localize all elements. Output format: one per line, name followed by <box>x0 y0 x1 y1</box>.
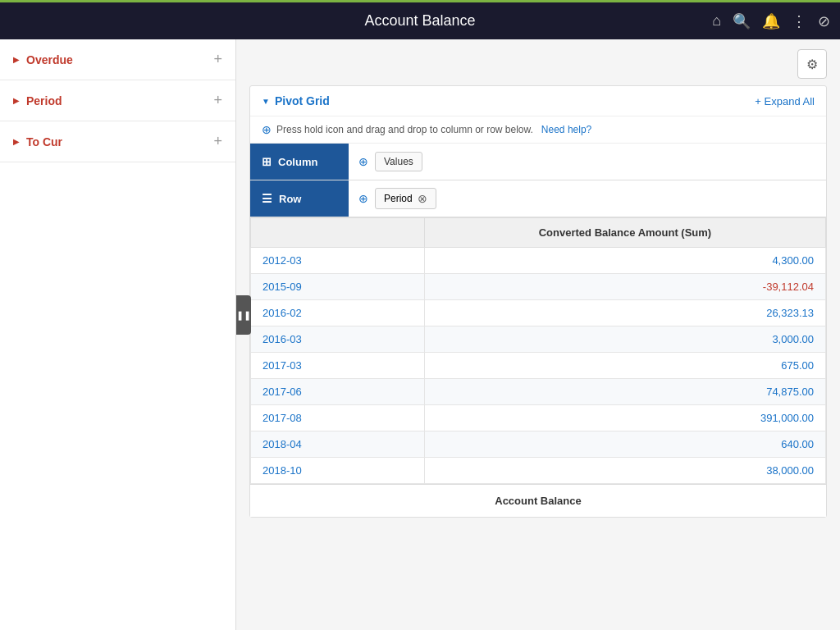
period-label: Period <box>26 94 62 107</box>
table-row: 2018-1038,000.00 <box>251 458 826 484</box>
main-layout: ▶ Overdue + ▶ Period + ▶ To Cur + <box>0 39 840 630</box>
pivot-section: ▼ Pivot Grid + Expand All ⊕ Press hold i… <box>249 85 827 518</box>
pivot-header: ▼ Pivot Grid + Expand All <box>250 86 826 116</box>
row-period: 2016-02 <box>251 300 425 326</box>
collapse-handle[interactable]: ❚❚ <box>236 295 251 335</box>
column-config-row: ⊞ Column ⊕ Values <box>250 144 826 180</box>
period-tag-close-icon[interactable]: ⊗ <box>418 192 427 205</box>
more-dots-icon[interactable]: ⋮ <box>792 12 806 30</box>
row-config-row: ☰ Row ⊕ Period ⊗ <box>250 180 826 217</box>
period-tag: Period ⊗ <box>375 188 436 209</box>
pivot-config: ⊞ Column ⊕ Values ☰ Row ⊕ <box>250 144 826 217</box>
pivot-table: Converted Balance Amount (Sum) 2012-034,… <box>250 217 826 484</box>
row-amount: 3,000.00 <box>424 326 825 353</box>
bottom-label: Account Balance <box>495 495 581 507</box>
drag-hint: ⊕ Press hold icon and drag and drop to c… <box>250 116 826 144</box>
sidebar-item-period[interactable]: ▶ Period + <box>0 80 235 121</box>
pivot-triangle-icon: ▼ <box>262 97 270 106</box>
expand-all-button[interactable]: + Expand All <box>755 95 815 107</box>
top-bar-icons: ⌂ 🔍 🔔 ⋮ ⊘ <box>712 12 830 30</box>
bell-icon[interactable]: 🔔 <box>762 12 780 30</box>
row-period: 2017-08 <box>251 405 425 431</box>
table-row: 2016-033,000.00 <box>251 326 826 353</box>
bottom-bar: Account Balance <box>250 484 826 517</box>
row-content: ⊕ Period ⊗ <box>349 181 826 216</box>
gear-btn-row: ⚙ <box>236 39 840 85</box>
row-period: 2017-06 <box>251 379 425 405</box>
sidebar-period-header[interactable]: ▶ Period + <box>0 80 235 121</box>
row-period: 2017-03 <box>251 353 425 379</box>
period-tag-label: Period <box>384 193 413 204</box>
table-row: 2017-03675.00 <box>251 353 826 379</box>
column-content: ⊕ Values <box>349 145 826 178</box>
row-period: 2012-03 <box>251 248 425 274</box>
row-amount: 675.00 <box>424 353 825 379</box>
home-icon[interactable]: ⌂ <box>712 12 721 30</box>
row-label-text: Row <box>279 193 301 205</box>
row-amount: 640.00 <box>424 431 825 458</box>
overdue-label: Overdue <box>26 53 73 66</box>
content-area: ⚙ ▼ Pivot Grid + Expand All ⊕ Press hold… <box>236 39 840 630</box>
to-cur-label: To Cur <box>26 135 62 148</box>
row-amount: 74,875.00 <box>424 379 825 405</box>
values-button[interactable]: Values <box>375 152 422 171</box>
row-label-block: ☰ Row <box>250 180 349 217</box>
table-header-period <box>251 218 425 248</box>
need-help-link[interactable]: Need help? <box>541 124 591 135</box>
page-title: Account Balance <box>364 12 475 30</box>
row-amount: 26,323.13 <box>424 300 825 326</box>
collapse-icon: ❚❚ <box>236 310 251 321</box>
table-row: 2016-0226,323.13 <box>251 300 826 326</box>
column-add-icon[interactable]: ⊕ <box>358 155 368 168</box>
sidebar-item-to-cur[interactable]: ▶ To Cur + <box>0 121 235 162</box>
drag-icon: ⊕ <box>262 123 272 136</box>
row-amount: 391,000.00 <box>424 405 825 431</box>
search-icon[interactable]: 🔍 <box>733 12 751 30</box>
sidebar: ▶ Overdue + ▶ Period + ▶ To Cur + <box>0 39 236 630</box>
column-icon: ⊞ <box>262 155 272 168</box>
table-header-value: Converted Balance Amount (Sum) <box>424 218 825 248</box>
table-row: 2017-0674,875.00 <box>251 379 826 405</box>
column-label-block: ⊞ Column <box>250 144 349 180</box>
table-row: 2017-08391,000.00 <box>251 405 826 431</box>
sidebar-to-cur-header[interactable]: ▶ To Cur + <box>0 121 235 162</box>
sidebar-item-overdue[interactable]: ▶ Overdue + <box>0 39 235 80</box>
row-period: 2015-09 <box>251 274 425 300</box>
pivot-title: ▼ Pivot Grid <box>262 94 330 107</box>
row-icon: ☰ <box>262 192 272 205</box>
sidebar-overdue-header[interactable]: ▶ Overdue + <box>0 39 235 80</box>
row-period: 2016-03 <box>251 326 425 353</box>
row-period: 2018-04 <box>251 431 425 458</box>
overdue-plus-icon[interactable]: + <box>213 51 222 68</box>
pivot-title-text: Pivot Grid <box>275 94 330 107</box>
row-amount: 4,300.00 <box>424 248 825 274</box>
row-amount: -39,112.04 <box>424 274 825 300</box>
row-period: 2018-10 <box>251 458 425 484</box>
row-add-icon[interactable]: ⊕ <box>358 192 368 205</box>
top-bar: Account Balance ⌂ 🔍 🔔 ⋮ ⊘ <box>0 0 840 39</box>
period-arrow-icon: ▶ <box>13 96 20 105</box>
drag-hint-text: Press hold icon and drag and drop to col… <box>276 124 533 135</box>
gear-button[interactable]: ⚙ <box>797 49 827 79</box>
table-row: 2018-04640.00 <box>251 431 826 458</box>
period-plus-icon[interactable]: + <box>213 92 222 109</box>
overdue-arrow-icon: ▶ <box>13 55 20 64</box>
row-amount: 38,000.00 <box>424 458 825 484</box>
to-cur-arrow-icon: ▶ <box>13 137 20 146</box>
block-icon[interactable]: ⊘ <box>818 12 830 30</box>
table-row: 2012-034,300.00 <box>251 248 826 274</box>
column-label-text: Column <box>278 156 317 168</box>
table-row: 2015-09-39,112.04 <box>251 274 826 300</box>
to-cur-plus-icon[interactable]: + <box>213 133 222 150</box>
